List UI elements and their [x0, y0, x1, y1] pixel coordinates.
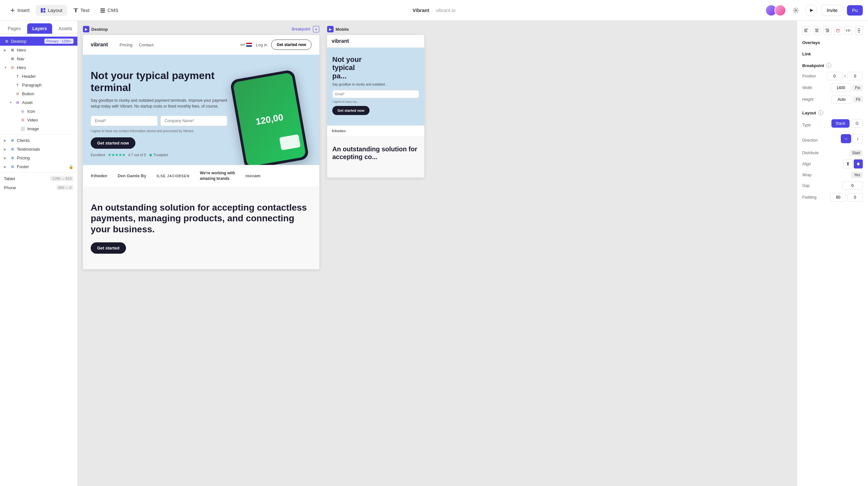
align-top-button[interactable]: [843, 159, 852, 169]
layer-footer[interactable]: ▶ ⊞ Footer 🔒: [0, 162, 78, 171]
cms-button[interactable]: CMS: [95, 5, 123, 16]
position-x-input[interactable]: [827, 72, 842, 80]
padding-right-input[interactable]: [847, 193, 863, 202]
pu-button[interactable]: Pu: [847, 5, 863, 16]
distribute-h-icon[interactable]: [844, 26, 852, 35]
breakpoint-info-icon[interactable]: i: [826, 63, 831, 68]
text-icon: [73, 7, 79, 13]
type-label: Type: [802, 123, 811, 127]
align-right-icon[interactable]: [823, 26, 831, 35]
distribute-value[interactable]: Start: [849, 150, 863, 156]
svg-rect-6: [75, 8, 76, 12]
position-inputs: X: [827, 72, 863, 80]
panel-tabs: Pages Layers Assets: [0, 21, 78, 34]
desktop-layer[interactable]: ⊞ Desktop Primary · 1200+: [0, 37, 78, 46]
breakpoint-button[interactable]: Breakpoint: [292, 27, 310, 31]
layer-image[interactable]: ⬜ Image: [0, 124, 78, 133]
layer-testimonials[interactable]: ▶ ⊞ Testimonials: [0, 145, 78, 154]
mobile-email-input[interactable]: [332, 90, 419, 98]
company-input[interactable]: [160, 116, 227, 126]
mobile-client-friheden: friheden: [332, 129, 346, 133]
layer-tablet[interactable]: Tablet 1199 — 810: [0, 174, 78, 183]
layout-button[interactable]: Layout: [36, 5, 67, 16]
direction-buttons: ↔ ↕: [841, 134, 863, 143]
delete-icon[interactable]: [834, 26, 842, 35]
plus-icon: [10, 7, 16, 13]
collaborators: [765, 4, 786, 16]
text-button[interactable]: Text: [68, 5, 94, 16]
mobile-hero-subtitle: Say goodbye to clunky and outdated...: [332, 83, 419, 86]
height-mode-tag[interactable]: Fit: [854, 96, 863, 103]
tab-layers[interactable]: Layers: [27, 23, 52, 34]
layer-button[interactable]: ⊞ Button: [0, 89, 78, 98]
width-input[interactable]: [831, 84, 851, 92]
align-middle-button[interactable]: [854, 159, 863, 169]
layer-pricing[interactable]: ▶ ⊞ Pricing: [0, 154, 78, 162]
section-cta-button[interactable]: Get started: [91, 242, 126, 254]
layer-phone[interactable]: Phone 809 — 0: [0, 183, 78, 192]
layer-nav[interactable]: ⊞ Nav: [0, 55, 78, 63]
svg-rect-26: [858, 29, 860, 29]
align-left-icon[interactable]: [802, 26, 810, 35]
align-center-icon[interactable]: [813, 26, 821, 35]
mobile-hero-title: Not yourtypicalpa...: [332, 55, 419, 80]
layer-video[interactable]: ⊞ Video: [0, 116, 78, 124]
layer-clients[interactable]: ▶ ⊞ Clients: [0, 136, 78, 145]
height-label: Height: [802, 97, 814, 102]
height-input[interactable]: [831, 95, 852, 104]
layer-footer-label: Footer: [17, 164, 29, 169]
svg-rect-19: [827, 30, 829, 31]
preview-button[interactable]: [805, 4, 817, 16]
desktop-badge: Primary · 1200+: [44, 38, 73, 44]
desktop-play-icon[interactable]: ▶: [83, 26, 89, 32]
svg-rect-32: [857, 163, 859, 165]
layer-header[interactable]: T Header: [0, 72, 78, 81]
layout-info-icon[interactable]: i: [818, 110, 823, 115]
login-link[interactable]: Log in: [256, 42, 267, 47]
play-icon: [809, 8, 814, 12]
width-mode-tag[interactable]: Fix: [852, 85, 863, 91]
svg-rect-30: [847, 163, 848, 165]
hero-image: 120,00: [227, 74, 312, 165]
layer-icon[interactable]: ◎ Icon: [0, 107, 78, 116]
tab-assets[interactable]: Assets: [54, 23, 78, 34]
nav-cta-button[interactable]: Get started now: [271, 39, 312, 50]
layer-asset[interactable]: ▼ ⊞ Asset: [0, 98, 78, 107]
wrap-value[interactable]: Yes: [851, 172, 863, 178]
email-input[interactable]: [91, 116, 158, 126]
mobile-hero: Not yourtypicalpa... Say goodbye to clun…: [327, 48, 424, 125]
direction-v-button[interactable]: ↕: [852, 134, 863, 143]
direction-h-button[interactable]: ↔: [841, 134, 851, 143]
layer-hero-top[interactable]: ▶ ⊞ Hero: [0, 46, 78, 55]
position-y-input[interactable]: [847, 72, 863, 80]
type-grid-button[interactable]: G: [851, 119, 863, 128]
tab-pages[interactable]: Pages: [3, 23, 26, 34]
add-breakpoint-button[interactable]: +: [313, 26, 319, 32]
svg-rect-13: [804, 30, 807, 31]
layer-hero-expanded[interactable]: ▼ ⊞ Hero: [0, 63, 78, 72]
desktop-label: Desktop: [11, 39, 27, 44]
divider-1: [0, 134, 78, 135]
settings-button[interactable]: [790, 4, 802, 16]
type-stack-button[interactable]: Stack: [831, 119, 849, 128]
invite-button[interactable]: Invite: [821, 5, 843, 16]
svg-rect-4: [43, 11, 45, 12]
padding-bottom-input[interactable]: [831, 193, 846, 202]
layer-paragraph[interactable]: T Paragraph: [0, 81, 78, 89]
gap-input[interactable]: [842, 181, 863, 190]
hero-content: Not your typical payment terminal Say go…: [91, 70, 227, 165]
hero-cta-button[interactable]: Get started now: [91, 138, 135, 149]
distribute-v-icon[interactable]: [855, 26, 863, 35]
mobile-play-icon[interactable]: ▶: [327, 26, 334, 32]
mobile-cta-button[interactable]: Get started now: [332, 106, 370, 115]
overlays-section: Overlays: [802, 40, 863, 45]
insert-button[interactable]: Insert: [5, 5, 34, 16]
lang-selector[interactable]: en: [241, 42, 252, 47]
project-info: Vibrant · vibrant.io: [413, 7, 455, 13]
svg-rect-15: [815, 29, 819, 29]
layers-list: ⊞ Desktop Primary · 1200+ ▶ ⊞ Hero ⊞ Nav…: [0, 34, 78, 486]
svg-rect-16: [815, 30, 818, 31]
layer-paragraph-label: Paragraph: [22, 83, 42, 88]
tp-brand: Trustpilot: [149, 153, 168, 157]
hero-section: Not your typical payment terminal Say go…: [83, 55, 319, 165]
